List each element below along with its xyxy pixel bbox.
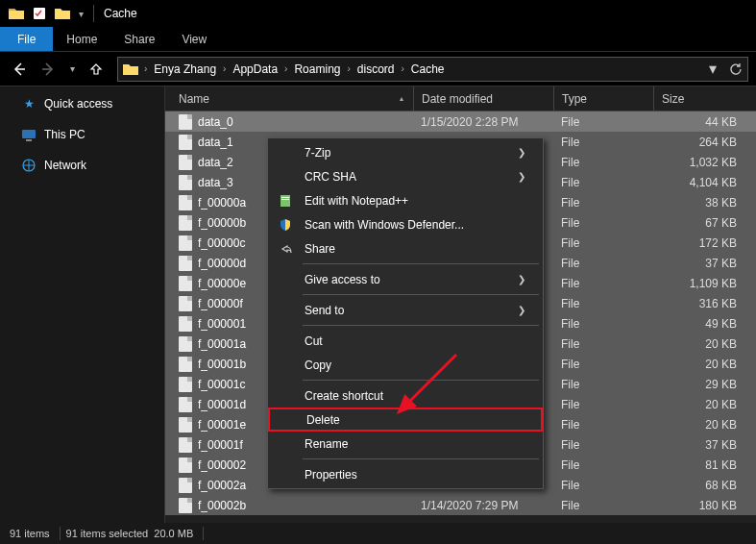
file-type: File [553,499,653,512]
chevron-right-icon[interactable]: › [399,63,407,74]
back-button[interactable] [8,58,31,81]
ctx-give-access[interactable]: Give access to❯ [268,267,543,291]
file-name: f_00000d [198,257,246,270]
refresh-icon[interactable] [724,58,747,81]
chevron-right-icon[interactable]: › [220,63,229,74]
file-size: 37 KB [653,257,756,270]
file-type: File [553,378,653,391]
new-folder-icon[interactable] [52,3,73,24]
sidebar-network[interactable]: Network [0,154,164,177]
file-icon [179,457,192,473]
svg-rect-5 [281,197,289,198]
file-type: File [553,277,653,290]
recent-dropdown-icon[interactable]: ▾ [65,58,79,81]
file-type: File [553,196,653,210]
file-name: f_00002b [198,499,246,512]
tab-file[interactable]: File [0,27,53,51]
folder-icon[interactable] [6,3,27,24]
file-icon [179,357,192,372]
nav-bar: ▾ › Enya Zhang › AppData › Roaming › dis… [0,52,756,87]
breadcrumb-bar[interactable]: › Enya Zhang › AppData › Roaming › disco… [117,57,748,82]
file-size: 67 KB [653,216,756,230]
file-size: 49 KB [653,317,756,331]
up-button[interactable] [85,58,108,81]
status-bar: 91 items 91 items selected 20.0 MB [0,523,756,544]
breadcrumb-dropdown-icon[interactable]: ▾ [701,58,724,81]
tab-share[interactable]: Share [110,27,168,51]
ctx-scan-defender[interactable]: Scan with Windows Defender... [268,212,543,236]
chevron-right-icon[interactable]: › [141,63,150,74]
ctx-delete[interactable]: Delete [268,408,543,432]
file-name: data_2 [198,156,233,169]
notepad-icon [276,191,295,210]
tab-home[interactable]: Home [53,27,110,51]
sidebar-this-pc[interactable]: This PC [0,123,164,146]
file-type: File [553,438,653,452]
file-size: 68 KB [653,479,756,492]
breadcrumb-segment[interactable]: discord [354,62,399,76]
title-bar: ▾ Cache [0,0,756,27]
file-name: f_00002a [198,479,246,492]
column-headers[interactable]: Name▴ Date modified Type Size [165,87,756,111]
qat-dropdown-icon[interactable]: ▾ [75,9,87,19]
breadcrumb-segment[interactable]: Enya Zhang [150,62,220,76]
sidebar: ★ Quick access This PC Network [0,87,165,523]
sort-asc-icon: ▴ [400,94,403,103]
file-type: File [553,176,653,189]
file-name: f_00001c [198,378,245,391]
ctx-properties[interactable]: Properties [268,462,543,486]
file-name: f_00000b [198,216,246,230]
file-name: f_000002 [198,458,246,472]
forward-button[interactable] [37,58,60,81]
file-icon [179,478,192,493]
ctx-create-shortcut[interactable]: Create shortcut [268,383,543,408]
file-type: File [553,337,653,351]
breadcrumb-segment[interactable]: Roaming [290,62,344,76]
file-icon [179,215,192,231]
ctx-share[interactable]: Share [268,236,543,260]
ctx-cut[interactable]: Cut [268,329,543,353]
ctx-edit-notepad[interactable]: Edit with Notepad++ [268,188,543,212]
col-date[interactable]: Date modified [413,87,553,111]
file-size: 1,032 KB [653,156,756,169]
file-name: f_00001e [198,418,246,432]
chevron-right-icon[interactable]: › [281,63,290,74]
window-title: Cache [104,7,137,20]
sidebar-quick-access[interactable]: ★ Quick access [0,92,164,115]
svg-rect-1 [22,130,36,138]
ctx-send-to[interactable]: Send to❯ [268,298,543,322]
table-row[interactable]: data_01/15/2020 2:28 PMFile44 KB [165,111,756,132]
file-type: File [553,479,653,492]
file-icon [179,417,192,433]
col-size[interactable]: Size [653,87,756,111]
properties-icon[interactable] [29,3,50,24]
file-size: 1,109 KB [653,277,756,290]
folder-icon [122,61,139,78]
col-type[interactable]: Type [553,87,653,111]
ctx-rename[interactable]: Rename [268,432,543,456]
file-date: 1/14/2020 7:29 PM [413,499,553,512]
ctx-crc-sha[interactable]: CRC SHA❯ [268,164,543,188]
file-size: 180 KB [653,499,756,512]
file-size: 44 KB [653,115,756,129]
file-date: 1/15/2020 2:28 PM [413,115,553,129]
tab-view[interactable]: View [168,27,220,51]
file-name: f_00001b [198,358,246,371]
context-menu: 7-Zip❯ CRC SHA❯ Edit with Notepad++ Scan… [267,137,544,489]
svg-rect-6 [281,199,289,200]
breadcrumb-segment[interactable]: AppData [229,62,281,76]
file-icon [179,377,192,392]
table-row[interactable]: f_00002b1/14/2020 7:29 PMFile180 KB [165,495,756,515]
file-icon [179,175,192,190]
ctx-copy[interactable]: Copy [268,353,543,377]
chevron-right-icon[interactable]: › [344,63,353,74]
file-type: File [553,358,653,371]
file-icon [179,397,192,412]
col-name[interactable]: Name▴ [165,92,413,106]
file-size: 20 KB [653,398,756,411]
file-name: f_00001f [198,438,243,452]
file-type: File [553,156,653,169]
ctx-7zip[interactable]: 7-Zip❯ [268,140,543,164]
share-icon [276,239,295,259]
breadcrumb-segment[interactable]: Cache [407,62,449,76]
